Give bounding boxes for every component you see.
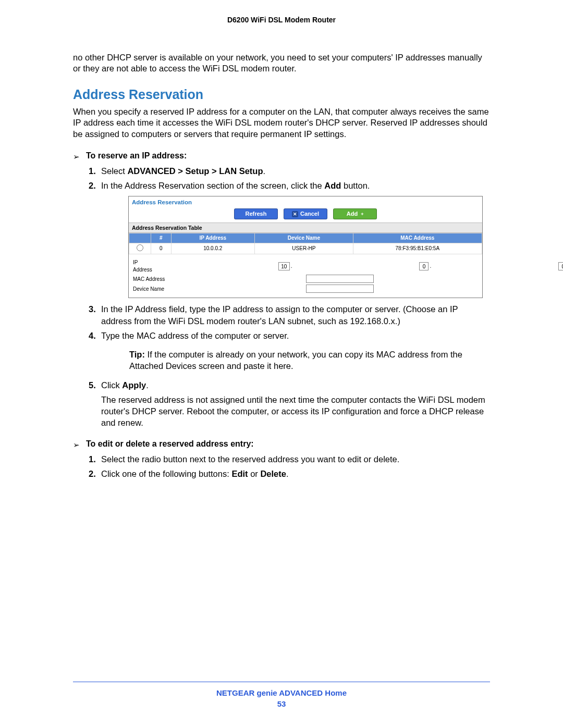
tip-block: Tip: If the computer is already on your … bbox=[129, 349, 490, 372]
device-label: Device Name bbox=[133, 286, 180, 293]
step-5-bold: Apply bbox=[122, 380, 146, 390]
procedure-2-title: To edit or delete a reserved address ent… bbox=[86, 439, 254, 449]
page-footer: NETGEAR genie ADVANCED Home 53 bbox=[73, 682, 490, 708]
step-2-bold: Add bbox=[324, 181, 341, 190]
step-1-text-post: . bbox=[263, 166, 266, 176]
cell-num: 0 bbox=[151, 243, 172, 254]
col-select bbox=[129, 233, 151, 243]
device-name-row: Device Name bbox=[133, 285, 478, 293]
document-header: D6200 WiFi DSL Modem Router bbox=[73, 16, 490, 24]
step-5-text-post: . bbox=[146, 380, 149, 390]
step-1-text-pre: Select bbox=[101, 166, 127, 176]
footer-text: NETGEAR genie ADVANCED Home bbox=[73, 688, 490, 697]
table-caption: Address Reservation Table bbox=[129, 223, 482, 233]
cell-dev: USER-HP bbox=[255, 243, 353, 254]
procedure-title: To reserve an IP address: bbox=[86, 151, 187, 161]
step-5: 5. Click Apply. The reserved address is … bbox=[89, 379, 490, 429]
tip-label: Tip: bbox=[129, 350, 145, 359]
refresh-button[interactable]: Refresh bbox=[234, 208, 278, 219]
ip-label: IP Address bbox=[133, 259, 152, 273]
reservation-table: # IP Address Device Name MAC Address 0 1… bbox=[129, 233, 482, 254]
table-row: 0 10.0.0.2 USER-HP 78:F3:95:B1:E0:5A bbox=[129, 243, 482, 254]
mac-address-row: MAC Address bbox=[133, 275, 478, 283]
col-dev: Device Name bbox=[255, 233, 353, 243]
device-input[interactable] bbox=[306, 285, 374, 293]
proc2-step-2-b1: Edit bbox=[231, 469, 248, 478]
cell-mac: 78:F3:95:B1:E0:5A bbox=[353, 243, 482, 254]
col-ip: IP Address bbox=[171, 233, 255, 243]
proc2-step-2-pre: Click one of the following buttons: bbox=[101, 469, 231, 478]
procedure-edit-delete: ➢ To edit or delete a reserved address e… bbox=[73, 439, 490, 450]
arrow-bullet-icon: ➢ bbox=[73, 151, 80, 162]
procedure-reserve-ip: ➢ To reserve an IP address: bbox=[73, 151, 490, 162]
intro-continued-paragraph: no other DHCP server is available on you… bbox=[73, 52, 490, 75]
proc2-step-2-post: . bbox=[286, 469, 289, 478]
ip-octet-1[interactable]: 10 bbox=[278, 262, 290, 270]
col-num: # bbox=[151, 233, 172, 243]
panel-title: Address Reservation bbox=[129, 196, 482, 208]
page-number: 53 bbox=[73, 699, 490, 708]
cell-ip: 10.0.0.2 bbox=[171, 243, 255, 254]
ip-octet-2[interactable]: 0 bbox=[419, 262, 429, 270]
mac-input[interactable] bbox=[306, 275, 374, 283]
ip-octet-3[interactable]: 0 bbox=[558, 262, 563, 270]
step-1: 1. Select ADVANCED > Setup > LAN Setup. bbox=[89, 165, 490, 177]
proc2-step-2-mid: or bbox=[248, 469, 261, 478]
section-paragraph: When you specify a reserved IP address f… bbox=[73, 106, 490, 140]
cancel-button[interactable]: ✕Cancel bbox=[284, 208, 327, 219]
proc2-step-1: 1. Select the radio button next to the r… bbox=[89, 453, 490, 465]
add-button[interactable]: Add+ bbox=[333, 208, 377, 219]
proc2-step-2-b2: Delete bbox=[260, 469, 286, 478]
proc2-step-1-text: Select the radio button next to the rese… bbox=[101, 454, 399, 464]
step-3-text: In the IP Address field, type the IP add… bbox=[101, 304, 458, 325]
step-2-text-post: button. bbox=[341, 181, 370, 190]
step-5-text-pre: Click bbox=[101, 380, 122, 390]
ip-address-row: IP Address 10.0.0. bbox=[133, 259, 478, 273]
proc2-step-2: 2. Click one of the following buttons: E… bbox=[89, 468, 490, 479]
section-heading-address-reservation: Address Reservation bbox=[73, 87, 490, 102]
mac-label: MAC Address bbox=[133, 276, 180, 283]
step-2: 2. In the Address Reservation section of… bbox=[89, 180, 490, 298]
arrow-bullet-icon: ➢ bbox=[73, 439, 80, 450]
row-radio[interactable] bbox=[137, 244, 143, 251]
step-3: 3. In the IP Address field, type the IP … bbox=[89, 303, 490, 327]
step-5-extra: The reserved address is not assigned unt… bbox=[101, 395, 485, 428]
close-icon: ✕ bbox=[292, 211, 298, 217]
col-mac: MAC Address bbox=[353, 233, 482, 243]
plus-icon: + bbox=[361, 211, 363, 217]
step-4: 4. Type the MAC address of the computer … bbox=[89, 330, 490, 372]
step-2-text-pre: In the Address Reservation section of th… bbox=[101, 181, 324, 190]
step-4-text: Type the MAC address of the computer or … bbox=[101, 331, 289, 340]
address-reservation-panel: Address Reservation Refresh ✕Cancel Add+… bbox=[128, 196, 483, 299]
step-1-bold: ADVANCED > Setup > LAN Setup bbox=[127, 166, 263, 176]
tip-text: If the computer is already on your netwo… bbox=[129, 350, 462, 371]
